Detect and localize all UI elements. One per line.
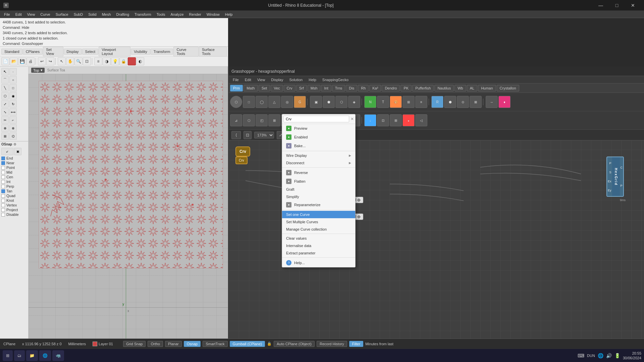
tab-standard[interactable]: Standard: [1, 49, 22, 55]
ctx-simplify[interactable]: Simplify: [282, 193, 355, 200]
snap-cen-check[interactable]: [1, 175, 5, 179]
ctx-manage-curve-collection[interactable]: Manage Curve collection: [282, 226, 355, 233]
gh-comp-prim3[interactable]: ⬡: [335, 96, 347, 108]
ctx-graft[interactable]: Graft: [282, 186, 355, 193]
tab-set-view[interactable]: Set View: [43, 47, 63, 57]
menu-render[interactable]: Render: [186, 12, 204, 17]
gh-tab-ka2[interactable]: Ka²: [369, 85, 381, 92]
snap-perp[interactable]: Perp: [1, 184, 27, 189]
gh-tab-trns[interactable]: Trns: [332, 85, 345, 92]
select-btn[interactable]: ↖: [58, 57, 66, 65]
record-history-btn[interactable]: Record History: [317, 341, 347, 347]
zoom-ext-btn[interactable]: ⊡: [83, 57, 91, 65]
snap-project[interactable]: Project: [1, 207, 27, 212]
viewport-dropdown-icon[interactable]: ▾: [41, 68, 43, 72]
snap-knot-check[interactable]: [1, 199, 5, 202]
gh-comp-rh1[interactable]: R: [431, 96, 443, 108]
gh-tab-pufferfish[interactable]: Pufferfish: [412, 85, 434, 92]
gh-comp-util2[interactable]: ♦: [498, 96, 511, 108]
menu-subd[interactable]: SubD: [71, 12, 86, 17]
gh-comp-inp2-4[interactable]: ⬥: [402, 114, 415, 126]
gh-tab-human[interactable]: Human: [478, 85, 496, 92]
tab-display[interactable]: Display: [64, 49, 82, 55]
gh-comp-geo1[interactable]: ⬡: [230, 96, 242, 108]
gh-comp-util1[interactable]: ↔: [486, 96, 498, 108]
start-button[interactable]: ⊞: [3, 350, 13, 361]
gh-comp-geo2-1[interactable]: ⊿: [230, 114, 242, 126]
menu-window[interactable]: Window: [204, 12, 222, 17]
ctx-reverse[interactable]: ● Reverse: [282, 168, 355, 177]
snap-near-check[interactable]: [1, 161, 5, 165]
redo-btn[interactable]: ↪: [46, 57, 54, 65]
menu-view[interactable]: View: [24, 12, 38, 17]
gh-zoom-select[interactable]: 173% 100% 50%: [254, 132, 274, 138]
gh-tab-al[interactable]: AL: [467, 85, 477, 92]
gh-comp-prim1[interactable]: ▣: [310, 96, 322, 108]
gh-comp-inp2-2[interactable]: ⊡: [377, 114, 389, 126]
gh-comp-geo2-4[interactable]: ⊞: [268, 114, 280, 126]
snap-tan-check[interactable]: [1, 189, 5, 193]
ctx-clear-values[interactable]: Clear values: [282, 235, 355, 242]
gh-tab-wb[interactable]: Wb: [454, 85, 466, 92]
snap-quad-check[interactable]: [1, 194, 5, 198]
ctx-disconnect[interactable]: Disconnect: [282, 159, 355, 167]
gh-comp-inp2-1[interactable]: ↓: [364, 114, 376, 126]
menu-edit[interactable]: Edit: [13, 12, 24, 17]
ctx-wire-display[interactable]: Wire Display: [282, 152, 355, 159]
gh-comp-inp3[interactable]: 🎨: [390, 96, 402, 108]
snap-end-check[interactable]: [1, 157, 5, 160]
gh-tab-nautilus[interactable]: Nautilus: [434, 85, 454, 92]
line-tool[interactable]: ╲: [1, 84, 9, 92]
taskbar-browser[interactable]: 🌐: [39, 350, 51, 361]
snap-mid[interactable]: Mid: [1, 170, 27, 175]
surface-tool[interactable]: ⬡: [1, 92, 9, 100]
taskbar-explorer[interactable]: 📁: [26, 350, 38, 361]
planar-btn[interactable]: Planar: [165, 341, 182, 347]
snap-tan[interactable]: Tan: [1, 189, 27, 193]
lock-btn[interactable]: 🔒: [119, 57, 127, 65]
gh-tab-vec[interactable]: Vec: [271, 85, 283, 92]
context-search-input[interactable]: [283, 116, 349, 122]
snap-perp-check[interactable]: [1, 185, 5, 188]
ctx-reparameterize[interactable]: ● Reparameterize: [282, 200, 355, 209]
gh-comp-geo4[interactable]: △: [268, 96, 280, 108]
snap-disable[interactable]: Disable: [1, 212, 27, 217]
gh-zoom-to-selection[interactable]: ⊡: [244, 131, 252, 139]
move-tool[interactable]: ⤢: [1, 100, 9, 108]
snap-end[interactable]: End: [1, 156, 27, 161]
gh-comp-inp2[interactable]: T: [377, 96, 389, 108]
osnap-filter1[interactable]: ↙: [1, 148, 13, 155]
minimize-button[interactable]: —: [593, 0, 608, 11]
pan-btn[interactable]: ✋: [66, 57, 74, 65]
snap-vertex-check[interactable]: [1, 203, 5, 207]
tab-transform[interactable]: Transform: [151, 49, 173, 55]
gh-menu-display[interactable]: Display: [268, 77, 286, 82]
gh-menu-view[interactable]: View: [255, 77, 268, 82]
join-tool[interactable]: ⊕: [1, 124, 9, 132]
gumball-btn[interactable]: Gumball (CPlane): [230, 341, 265, 347]
gh-tab-srf[interactable]: Srf: [296, 85, 307, 92]
gh-comp-inp2-3[interactable]: ⊞: [390, 114, 402, 126]
ctx-bake[interactable]: ● Bake...: [282, 141, 355, 150]
ctx-set-one-curve[interactable]: Set one Curve: [282, 211, 355, 218]
gh-comp-geo6[interactable]: G: [294, 96, 306, 108]
tab-cplanes[interactable]: CPlanes: [23, 49, 43, 55]
snap-mid-check[interactable]: [1, 171, 5, 174]
menu-file[interactable]: File: [1, 12, 13, 17]
tab-surface-tools[interactable]: Surface Tools: [199, 47, 227, 57]
gh-tab-rh[interactable]: Rh: [358, 85, 369, 92]
gh-tab-dendro[interactable]: Dendro: [382, 85, 400, 92]
rect-tool[interactable]: □: [9, 84, 17, 92]
menu-surface[interactable]: Surface: [53, 12, 71, 17]
osnap-settings[interactable]: ⚙: [13, 142, 16, 146]
ortho-btn[interactable]: Ortho: [148, 341, 163, 347]
crv-input-node-1[interactable]: Crv: [235, 157, 248, 164]
display-mode-btn[interactable]: ◐: [136, 57, 144, 65]
circle-tool[interactable]: ○: [9, 76, 17, 83]
smarttrack-btn[interactable]: SmartTrack: [203, 341, 227, 347]
gh-comp-geo3[interactable]: ◯: [256, 96, 268, 108]
snap-int[interactable]: Int: [1, 179, 27, 184]
gh-tab-crystallon[interactable]: Crystallon: [497, 85, 519, 92]
menu-analyze[interactable]: Analyze: [168, 12, 186, 17]
curve-tool[interactable]: ⌒: [1, 76, 9, 83]
